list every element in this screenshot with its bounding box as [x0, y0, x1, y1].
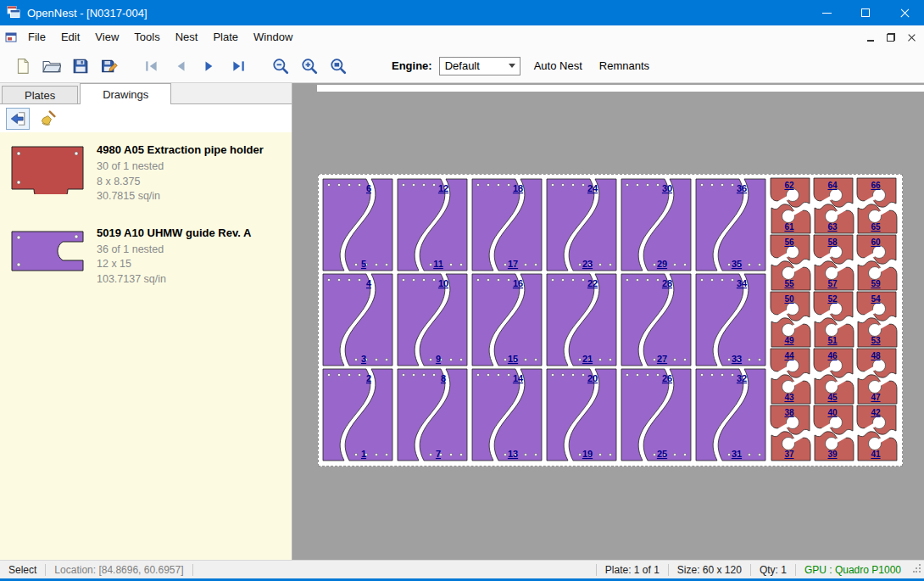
nested-part-pair-red[interactable]: 44 43: [769, 348, 812, 405]
new-file-icon: [14, 58, 31, 75]
nested-part-pair-purple[interactable]: 12 11: [395, 177, 470, 272]
mdi-restore-button[interactable]: [882, 29, 900, 46]
menu-item-window[interactable]: Window: [246, 25, 300, 49]
svg-text:35: 35: [732, 259, 742, 269]
clear-drawings-button[interactable]: [36, 108, 59, 130]
nested-part-pair-purple[interactable]: 16 15: [470, 272, 544, 367]
zoom-in-button[interactable]: [295, 53, 324, 80]
purple-part-shape: [7, 225, 88, 277]
purple-parts-grid: 6 5 12 11 18 17 24 23 30 29: [320, 177, 768, 462]
nested-part-pair-purple[interactable]: 6 5: [320, 177, 395, 272]
zoom-out-button[interactable]: [266, 53, 295, 80]
broom-icon: [39, 110, 56, 127]
nav-first-button[interactable]: [137, 53, 166, 80]
nested-part-pair-red[interactable]: 48 47: [855, 348, 899, 405]
red-part-shape: [7, 142, 88, 194]
nested-part-pair-purple[interactable]: 36 35: [693, 177, 768, 272]
nested-part-pair-purple[interactable]: 10 9: [395, 272, 470, 367]
svg-text:59: 59: [871, 279, 881, 288]
nested-part-pair-purple[interactable]: 14 13: [470, 367, 544, 462]
svg-text:45: 45: [827, 393, 838, 402]
engine-value: Default: [445, 59, 480, 72]
save-as-button[interactable]: [95, 53, 124, 80]
svg-text:18: 18: [513, 183, 523, 193]
auto-nest-button[interactable]: Auto Nest: [526, 59, 591, 72]
svg-text:57: 57: [827, 279, 838, 288]
menu-item-plate[interactable]: Plate: [205, 25, 246, 49]
plate[interactable]: 6 5 12 11 18 17 24 23 30 29: [318, 174, 903, 466]
nested-part-pair-red[interactable]: 56 55: [769, 234, 812, 291]
svg-text:52: 52: [827, 294, 838, 304]
nested-part-pair-purple[interactable]: 34 33: [693, 272, 768, 367]
svg-text:21: 21: [582, 354, 593, 364]
nest-canvas[interactable]: 6 5 12 11 18 17 24 23 30 29: [292, 83, 924, 560]
nested-part-pair-purple[interactable]: 20 19: [544, 367, 619, 462]
nested-part-pair-purple[interactable]: 22 21: [544, 272, 619, 367]
menu-item-edit[interactable]: Edit: [53, 25, 87, 49]
mdi-minimize-button[interactable]: [861, 29, 880, 46]
nested-part-pair-red[interactable]: 62 61: [769, 177, 812, 234]
svg-text:33: 33: [732, 354, 742, 364]
menu-item-tools[interactable]: Tools: [126, 25, 167, 49]
svg-text:54: 54: [871, 294, 881, 304]
drawing-list-item[interactable]: 4980 A05 Extraction pipe holder 30 of 1 …: [0, 137, 292, 209]
menu-item-nest[interactable]: Nest: [168, 25, 206, 49]
svg-text:8: 8: [441, 373, 446, 383]
next-arrow-icon: [202, 59, 217, 74]
mdi-close-button[interactable]: [902, 29, 921, 46]
tab-drawings[interactable]: Drawings: [80, 83, 171, 104]
nested-part-pair-red[interactable]: 52 51: [812, 291, 855, 348]
nested-part-pair-red[interactable]: 54 53: [855, 291, 899, 348]
svg-text:16: 16: [513, 278, 523, 288]
import-drawing-button[interactable]: [6, 108, 30, 130]
title-bar[interactable]: OpenNest - [N0317-004]: [0, 0, 924, 25]
nested-part-pair-red[interactable]: 42 41: [855, 405, 899, 461]
nested-part-pair-purple[interactable]: 26 25: [619, 367, 693, 462]
mdi-minimize-icon: [867, 40, 874, 42]
nested-part-pair-purple[interactable]: 2 1: [320, 367, 395, 462]
nav-last-button[interactable]: [224, 53, 253, 80]
nested-part-pair-purple[interactable]: 32 31: [693, 367, 768, 462]
nested-part-pair-red[interactable]: 58 57: [812, 234, 855, 291]
engine-select[interactable]: Default: [439, 57, 520, 75]
tab-plates[interactable]: Plates: [2, 86, 78, 103]
menu-item-file[interactable]: File: [20, 25, 53, 49]
nested-part-pair-red[interactable]: 38 37: [769, 405, 812, 461]
svg-text:17: 17: [508, 259, 518, 269]
nested-part-pair-red[interactable]: 64 63: [812, 177, 855, 234]
zoom-fit-button[interactable]: [324, 53, 353, 80]
nested-part-pair-red[interactable]: 50 49: [769, 291, 812, 348]
svg-text:36: 36: [737, 183, 747, 193]
nested-part-pair-red[interactable]: 40 39: [812, 405, 855, 461]
nested-part-pair-purple[interactable]: 28 27: [619, 272, 693, 367]
nested-part-pair-purple[interactable]: 8 7: [395, 367, 470, 462]
nested-part-pair-purple[interactable]: 4 3: [320, 272, 395, 367]
minimize-button[interactable]: [807, 0, 846, 25]
nav-next-button[interactable]: [195, 53, 224, 80]
drawing-area: 103.7137 sq/in: [97, 272, 251, 288]
drawing-nested-count: 36 of 1 nested: [97, 243, 251, 258]
engine-label: Engine:: [392, 59, 432, 72]
resize-grip[interactable]: [913, 563, 921, 576]
svg-text:5: 5: [361, 259, 366, 269]
new-button[interactable]: [8, 53, 37, 80]
menu-item-view[interactable]: View: [87, 25, 126, 49]
nested-part-pair-purple[interactable]: 18 17: [470, 177, 544, 272]
drawing-list-item[interactable]: 5019 A10 UHMW guide Rev. A 36 of 1 neste…: [0, 221, 292, 292]
nested-part-pair-purple[interactable]: 30 29: [619, 177, 693, 272]
open-button[interactable]: [37, 53, 66, 80]
svg-text:6: 6: [366, 183, 371, 193]
nested-part-pair-red[interactable]: 46 45: [812, 348, 855, 405]
nav-prev-button[interactable]: [166, 53, 195, 80]
maximize-button[interactable]: [846, 0, 885, 25]
nested-part-pair-purple[interactable]: 24 23: [544, 177, 619, 272]
app-window: OpenNest - [N0317-004] FileEditViewTools…: [0, 0, 924, 581]
nested-part-pair-red[interactable]: 60 59: [855, 234, 899, 291]
svg-text:7: 7: [436, 449, 441, 459]
status-separator: [192, 564, 193, 576]
window-title: OpenNest - [N0317-004]: [27, 7, 148, 20]
remnants-button[interactable]: Remnants: [591, 59, 658, 72]
nested-part-pair-red[interactable]: 66 65: [855, 177, 899, 234]
save-button[interactable]: [66, 53, 95, 80]
close-button[interactable]: [885, 0, 924, 25]
